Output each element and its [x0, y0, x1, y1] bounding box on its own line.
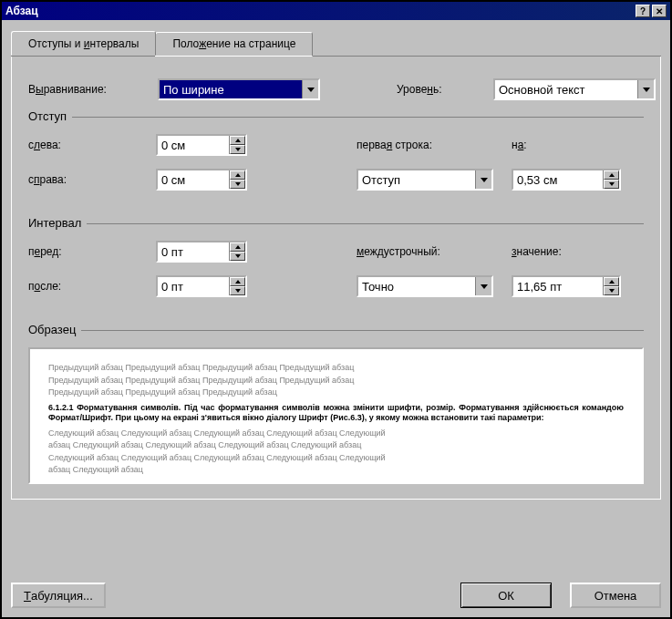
indent-left-label: слева: — [28, 139, 147, 151]
line-spacing-value: Точно — [358, 277, 475, 295]
line-spacing-dropdown-button[interactable] — [475, 277, 491, 295]
chevron-down-icon — [235, 148, 241, 151]
indent-right-label: справа: — [28, 173, 147, 186]
by-value: 0,53 см — [513, 170, 603, 189]
at-spinner[interactable]: 11,65 пт — [512, 275, 621, 297]
level-dropdown-button[interactable] — [637, 80, 654, 98]
alignment-value: По ширине — [160, 80, 302, 98]
spacing-before-label: перед: — [28, 245, 147, 258]
preview-next-line: Следующий абзац Следующий абзац Следующи… — [48, 452, 624, 465]
tab-page-position[interactable]: Положение на странице — [155, 32, 313, 57]
chevron-up-icon — [235, 245, 241, 249]
alignment-dropdown-button[interactable] — [302, 80, 318, 98]
tabs-button[interactable]: Табуляция... — [11, 583, 106, 608]
chevron-up-icon — [235, 173, 241, 177]
preview-main-paragraph: 6.1.2.1 Форматування символів. Під час ф… — [48, 403, 624, 424]
tab-panel: Выравнивание: По ширине Уровень: Основно… — [11, 57, 661, 500]
spacing-group: Интервал перед: 0 пт междустрочны — [28, 223, 644, 297]
level-combo[interactable]: Основной текст — [493, 78, 656, 100]
spacing-before-down[interactable] — [230, 252, 245, 261]
level-value: Основной текст — [495, 80, 637, 98]
at-value: 11,65 пт — [513, 277, 603, 295]
indent-right-up[interactable] — [230, 170, 245, 180]
help-button[interactable]: ? — [636, 5, 650, 17]
spacing-before-value: 0 пт — [158, 242, 229, 261]
preview-next-line: абзац Следующий абзац — [48, 464, 624, 477]
title-bar[interactable]: Абзац ? ✕ — [2, 2, 670, 20]
line-spacing-combo[interactable]: Точно — [357, 275, 493, 297]
indent-left-spinner[interactable]: 0 см — [156, 134, 247, 156]
spacing-after-spinner[interactable]: 0 пт — [156, 275, 247, 297]
paragraph-dialog: Абзац ? ✕ Отступы и интервалы Положение … — [0, 0, 672, 619]
by-down[interactable] — [604, 180, 619, 189]
chevron-up-icon — [609, 280, 615, 284]
firstline-combo[interactable]: Отступ — [357, 169, 493, 191]
alignment-combo[interactable]: По ширине — [158, 78, 320, 100]
preview-box: Предыдущий абзац Предыдущий абзац Предыд… — [28, 347, 644, 484]
level-label: Уровень: — [397, 83, 488, 96]
at-up[interactable] — [604, 277, 619, 286]
chevron-up-icon — [235, 139, 241, 142]
chevron-up-icon — [235, 280, 241, 284]
indent-right-value: 0 см — [158, 170, 229, 189]
indent-right-spinner[interactable]: 0 см — [156, 169, 247, 191]
chevron-down-icon — [235, 182, 241, 186]
line-spacing-label: междустрочный: — [357, 245, 502, 258]
button-bar: Табуляция... ОК Отмена — [11, 583, 661, 608]
chevron-down-icon — [609, 182, 615, 186]
chevron-down-icon — [481, 178, 488, 182]
at-down[interactable] — [604, 286, 619, 295]
chevron-down-icon — [235, 254, 241, 258]
preview-prev-line: Предыдущий абзац Предыдущий абзац Предыд… — [48, 362, 624, 375]
preview-next-line: абзац Следующий абзац Следующий абзац Сл… — [48, 439, 624, 452]
chevron-down-icon — [235, 289, 241, 293]
spacing-legend: Интервал — [26, 216, 87, 230]
by-spinner[interactable]: 0,53 см — [512, 169, 621, 191]
preview-prev-line: Предыдущий абзац Предыдущий абзац Предыд… — [48, 375, 624, 387]
indent-group: Отступ слева: 0 см первая строка: — [28, 117, 644, 191]
firstline-value: Отступ — [358, 170, 475, 189]
spacing-before-spinner[interactable]: 0 пт — [156, 241, 247, 263]
tab-strip: Отступы и интервалы Положение на страниц… — [11, 31, 661, 57]
firstline-dropdown-button[interactable] — [475, 170, 491, 189]
window-title: Абзац — [5, 5, 636, 17]
by-up[interactable] — [604, 170, 619, 180]
chevron-down-icon — [481, 284, 488, 289]
indent-right-down[interactable] — [230, 180, 245, 189]
tab-indents-spacing[interactable]: Отступы и интервалы — [11, 31, 156, 56]
at-label: значение: — [512, 245, 630, 258]
preview-group: Образец Предыдущий абзац Предыдущий абза… — [28, 330, 644, 484]
alignment-label: Выравнивание: — [28, 83, 152, 96]
firstline-label: первая строка: — [357, 139, 502, 151]
chevron-down-icon — [643, 88, 650, 92]
indent-legend: Отступ — [26, 109, 72, 123]
indent-left-up[interactable] — [230, 136, 245, 145]
chevron-down-icon — [307, 88, 315, 92]
indent-left-value: 0 см — [158, 136, 229, 154]
spacing-after-label: после: — [28, 280, 147, 293]
spacing-after-value: 0 пт — [158, 277, 229, 295]
close-button[interactable]: ✕ — [652, 5, 667, 17]
spacing-after-down[interactable] — [230, 286, 245, 295]
chevron-down-icon — [609, 289, 615, 293]
chevron-up-icon — [609, 173, 615, 177]
preview-legend: Образец — [26, 323, 81, 336]
preview-prev-line: Предыдущий абзац Предыдущий абзац Предыд… — [48, 387, 624, 399]
cancel-button[interactable]: Отмена — [570, 583, 661, 608]
spacing-after-up[interactable] — [230, 277, 245, 286]
preview-next-line: Следующий абзац Следующий абзац Следующи… — [48, 428, 624, 440]
spacing-before-up[interactable] — [230, 242, 245, 252]
ok-button[interactable]: ОК — [460, 583, 552, 608]
indent-left-down[interactable] — [230, 145, 245, 154]
by-label: на: — [512, 139, 630, 151]
